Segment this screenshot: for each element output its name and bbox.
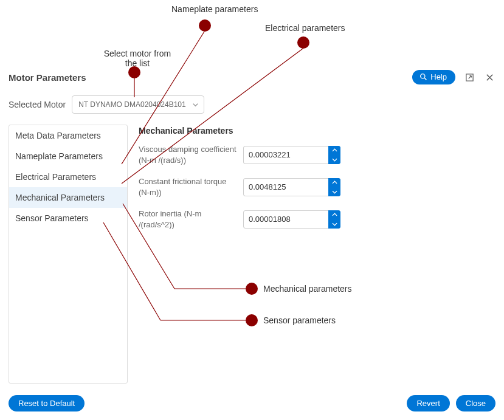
param-label: Viscous damping coefficient (N-m /(rad/s… xyxy=(139,144,243,165)
svg-point-0 xyxy=(421,74,425,78)
close-button[interactable]: Close xyxy=(456,395,495,411)
callout-label-mechanical: Mechanical parameters xyxy=(263,284,352,294)
sidebar-item-meta-data[interactable]: Meta Data Parameters xyxy=(9,125,127,146)
spin-down[interactable] xyxy=(328,187,340,196)
param-input-viscous-damping[interactable] xyxy=(243,146,328,164)
popout-icon xyxy=(465,73,474,82)
spin-up[interactable] xyxy=(328,178,340,187)
popout-button[interactable] xyxy=(464,72,475,83)
close-icon xyxy=(485,73,494,82)
param-stepper-viscous-damping xyxy=(243,146,340,164)
sidebar-item-mechanical[interactable]: Mechanical Parameters xyxy=(9,187,127,208)
svg-line-1 xyxy=(425,78,427,80)
help-label: Help xyxy=(430,72,447,81)
motor-select-value: NT DYNAMO DMA0204024B101 xyxy=(78,100,186,109)
param-stepper-constant-friction xyxy=(243,178,340,196)
sidebar-item-electrical[interactable]: Electrical Parameters xyxy=(9,167,127,187)
param-input-constant-friction[interactable] xyxy=(243,178,328,196)
param-label: Rotor inertia (N-m /(rad/s^2)) xyxy=(139,208,243,230)
callout-label-electrical: Electrical parameters xyxy=(265,23,345,33)
spin-down[interactable] xyxy=(328,219,340,229)
callout-dot-select-motor xyxy=(128,66,140,78)
section-title: Mechanical Parameters xyxy=(139,126,495,136)
caret-up-icon xyxy=(332,181,337,185)
selected-motor-label: Selected Motor xyxy=(9,100,66,109)
spin-up[interactable] xyxy=(328,146,340,155)
callout-dot-electrical xyxy=(297,36,309,49)
callout-label-sensor: Sensor parameters xyxy=(263,315,336,325)
param-label: Constant frictional torque (N-m)) xyxy=(139,176,243,198)
search-icon xyxy=(419,73,427,81)
caret-up-icon xyxy=(332,148,337,153)
main-panel: Mechanical Parameters Viscous damping co… xyxy=(139,125,495,384)
reset-to-default-button[interactable]: Reset to Default xyxy=(9,395,85,411)
caret-down-icon xyxy=(332,222,337,226)
page-title: Motor Parameters xyxy=(9,72,86,83)
sidebar: Meta Data Parameters Nameplate Parameter… xyxy=(9,125,128,384)
callout-dot-mechanical xyxy=(246,283,258,295)
callout-label-select-motor: Select motor from the list xyxy=(101,49,174,68)
chevron-down-icon xyxy=(192,102,199,108)
revert-button[interactable]: Revert xyxy=(407,395,449,411)
param-row-viscous-damping: Viscous damping coefficient (N-m /(rad/s… xyxy=(139,144,495,165)
param-row-rotor-inertia: Rotor inertia (N-m /(rad/s^2)) xyxy=(139,208,495,230)
sidebar-item-nameplate[interactable]: Nameplate Parameters xyxy=(9,146,127,167)
spin-down[interactable] xyxy=(328,155,340,164)
caret-down-icon xyxy=(332,190,337,194)
param-row-constant-friction: Constant frictional torque (N-m)) xyxy=(139,176,495,198)
param-stepper-rotor-inertia xyxy=(243,210,340,229)
callout-label-nameplate: Nameplate parameters xyxy=(171,4,258,14)
param-input-rotor-inertia[interactable] xyxy=(243,210,328,229)
close-x-button[interactable] xyxy=(484,72,495,83)
motor-select[interactable]: NT DYNAMO DMA0204024B101 xyxy=(72,95,204,114)
caret-up-icon xyxy=(332,213,337,217)
callout-dot-sensor xyxy=(246,314,258,326)
sidebar-item-sensor[interactable]: Sensor Parameters xyxy=(9,208,127,229)
callout-dot-nameplate xyxy=(199,19,211,32)
help-button[interactable]: Help xyxy=(412,70,455,84)
spin-up[interactable] xyxy=(328,210,340,219)
caret-down-icon xyxy=(332,157,337,162)
